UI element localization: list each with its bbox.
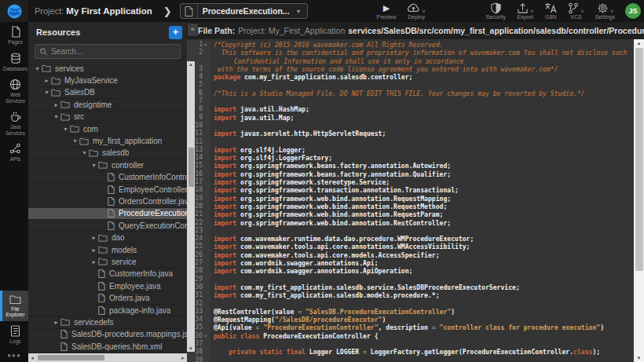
code-line[interactable]: 11import javax.servlet.http.HttpServletR… — [187, 130, 634, 137]
code-line[interactable]: 23 — [187, 227, 634, 235]
file-selector-dropdown[interactable]: ProcedureExecution... ▼ — [180, 3, 308, 19]
code-line[interactable]: 32 — [187, 300, 634, 308]
search-box[interactable] — [35, 44, 181, 59]
tree-row[interactable]: QueryExecutionController.java — [28, 220, 187, 232]
code-line[interactable]: 28import com.wordnik.swagger.annotations… — [187, 267, 634, 275]
code-line[interactable]: 15import org.springframework.beans.facto… — [187, 162, 634, 170]
scroll-up-arrow[interactable]: ▲ — [187, 62, 195, 67]
code-line[interactable]: 29 — [187, 276, 634, 283]
i18n-button[interactable]: I18N — [544, 0, 557, 22]
sidebar-item-file-explorer[interactable]: File Explorer — [0, 291, 28, 321]
scroll-down-arrow[interactable]: ▼ — [634, 356, 644, 360]
tree-row[interactable]: Employee.java — [28, 280, 187, 292]
tree-row[interactable]: OrdersController.java — [28, 196, 187, 207]
sidebar-item-web-services[interactable]: Web Services — [0, 75, 28, 107]
scroll-up-arrow[interactable]: ▲ — [634, 41, 644, 46]
sidebar-item-pages[interactable]: Pages — [0, 22, 28, 49]
tree-row[interactable]: ▸service — [28, 256, 187, 268]
tree-row[interactable]: ▾SalesDB — [28, 87, 187, 99]
sidebar-item-databases[interactable]: Databases — [0, 49, 28, 75]
scroll-right-arrow[interactable]: ► — [179, 356, 187, 360]
scrollbar-thumb[interactable] — [188, 148, 194, 187]
tree-hscrollbar[interactable]: ◄ ► — [28, 353, 187, 362]
tree-row[interactable]: CustomerInfoController.java — [28, 172, 187, 184]
code-line[interactable]: 7 — [187, 97, 634, 105]
code-line[interactable]: 33@RestController(value = "SalesDB.Proce… — [187, 308, 634, 316]
code-line[interactable]: 5 — [187, 81, 634, 89]
code-line[interactable]: 1▾/*Copyright (c) 2015-2016 wavemaker.co… — [187, 41, 634, 49]
caret-down-icon[interactable]: ▾ — [61, 126, 70, 133]
code-line[interactable]: 19import org.springframework.web.bind.an… — [187, 195, 634, 203]
code-line[interactable]: 26import com.wavemaker.tools.api.core.mo… — [187, 251, 634, 259]
code-line[interactable]: 3 with the terms of the source code lice… — [187, 65, 634, 73]
code-line[interactable]: 2 This software is the confidential and … — [187, 49, 634, 65]
tree-row[interactable]: ▸servicedefs — [28, 316, 187, 328]
code-line[interactable]: 35@Api(value = "ProcedureExecutionContro… — [187, 324, 634, 331]
tree-row[interactable]: CustomerInfo.java — [28, 269, 187, 280]
caret-down-icon[interactable]: ▾ — [80, 149, 89, 156]
fold-icon[interactable]: ▾ — [204, 332, 210, 340]
code-line[interactable]: 16import org.springframework.beans.facto… — [187, 170, 634, 178]
tree-row[interactable]: ▾com — [28, 123, 187, 135]
code-line[interactable]: 38 private static final Logger LOGGER = … — [187, 348, 634, 356]
deploy-button[interactable]: ∨ Deploy — [407, 0, 425, 22]
caret-right-icon[interactable]: ▸ — [90, 247, 98, 254]
collapse-panel-button[interactable]: « — [188, 24, 198, 36]
tree-row[interactable]: package-info.java — [28, 305, 187, 316]
code-line[interactable]: 9import java.util.Map; — [187, 114, 634, 122]
code-line[interactable]: 36▾public class ProcedureExecutionContro… — [187, 332, 634, 340]
caret-right-icon[interactable]: ▸ — [90, 258, 98, 265]
code-line[interactable]: 13import org.slf4j.Logger; — [187, 146, 634, 154]
caret-right-icon[interactable]: ▸ — [52, 319, 60, 326]
tree-row[interactable]: ▸designtime — [28, 99, 187, 111]
tree-row[interactable]: ▾controller — [28, 159, 187, 171]
wavemaker-logo[interactable] — [0, 0, 28, 22]
scrollbar-thumb[interactable] — [635, 48, 643, 271]
code-line[interactable]: 4package com.my_first_application.salesd… — [187, 73, 634, 81]
caret-right-icon[interactable]: ▸ — [42, 77, 51, 84]
user-avatar[interactable]: JS — [625, 3, 641, 19]
sidebar-item-logs[interactable]: Logs — [0, 321, 28, 348]
search-input[interactable] — [51, 47, 175, 56]
sidebar-overflow-button[interactable]: ●●● — [0, 347, 28, 362]
code-line[interactable]: 17import org.springframework.stereotype.… — [187, 178, 634, 186]
code-line[interactable]: 6/*This is a Studio Managed File. DO NOT… — [187, 90, 634, 97]
code-line[interactable]: 8import java.util.HashMap; — [187, 105, 634, 113]
caret-right-icon[interactable]: ▸ — [90, 234, 98, 241]
sidebar-item-apis[interactable]: APIs — [0, 139, 28, 166]
add-resource-button[interactable]: + — [169, 26, 182, 39]
code-line[interactable]: 34@RequestMapping("/SalesDB/procedureExe… — [187, 316, 634, 324]
export-button[interactable]: ∨Export — [517, 0, 533, 22]
tree-vscrollbar[interactable]: ▲ ▼ — [187, 61, 195, 352]
security-button[interactable]: Security — [486, 0, 506, 22]
settings-button[interactable]: ∨Settings — [595, 0, 615, 22]
vcs-button[interactable]: ∨VCS — [568, 0, 584, 22]
sidebar-item-java-services[interactable]: Java Services — [0, 107, 28, 139]
code-line[interactable]: 10 — [187, 122, 634, 130]
tree-row[interactable]: Orders.java — [28, 292, 187, 304]
code-line[interactable]: 12 — [187, 138, 634, 146]
code-line[interactable]: 14import org.slf4j.LoggerFactory; — [187, 154, 634, 162]
code-line[interactable]: 27import com.wordnik.swagger.annotations… — [187, 259, 634, 267]
code-line[interactable]: 39 — [187, 357, 634, 362]
code-line[interactable]: 21import org.springframework.web.bind.an… — [187, 210, 634, 218]
code-line[interactable]: 20import org.springframework.web.bind.an… — [187, 203, 634, 210]
tree-row[interactable]: ▾services — [28, 63, 187, 75]
code-line[interactable]: 30import com.my_first_application.salesd… — [187, 283, 634, 291]
code-line[interactable]: 22import org.springframework.web.bind.an… — [187, 219, 634, 227]
tree-row[interactable]: ▸models — [28, 244, 187, 256]
caret-down-icon[interactable]: ▾ — [90, 162, 98, 169]
code-line[interactable]: 25import com.wavemaker.tools.api.core.an… — [187, 243, 634, 250]
code-line[interactable]: 18import org.springframework.transaction… — [187, 186, 634, 194]
caret-right-icon[interactable]: ▸ — [52, 101, 60, 108]
preview-button[interactable]: ▶ Preview — [377, 0, 397, 22]
tree-row[interactable]: ▾my_first_application — [28, 135, 187, 147]
tree-row[interactable]: ▾salesdb — [28, 148, 187, 159]
editor-vscrollbar[interactable]: ▲ ▼ — [634, 39, 644, 362]
scroll-down-arrow[interactable]: ▼ — [187, 346, 195, 351]
code-line[interactable]: 37 — [187, 340, 634, 348]
scroll-left-arrow[interactable]: ◄ — [28, 356, 36, 360]
fold-icon[interactable]: ▾ — [204, 41, 210, 49]
code-editor[interactable]: 1▾/*Copyright (c) 2015-2016 wavemaker.co… — [187, 39, 634, 362]
scrollbar-thumb[interactable] — [38, 355, 104, 360]
